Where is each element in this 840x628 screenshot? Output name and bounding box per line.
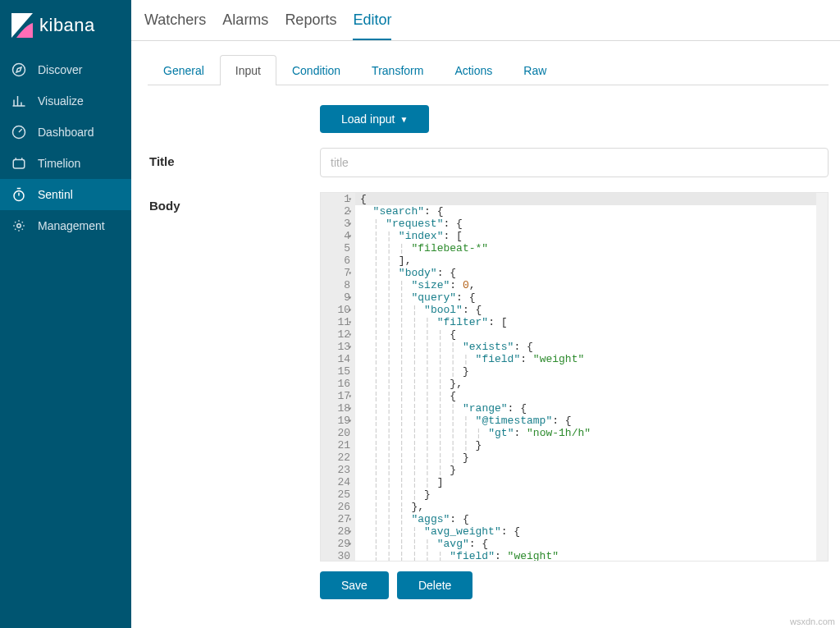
compass-icon — [11, 62, 26, 77]
brand: kibana — [0, 0, 131, 54]
sidebar-item-visualize[interactable]: Visualize — [0, 85, 131, 117]
gear-icon — [11, 218, 26, 233]
svg-marker-1 — [16, 67, 21, 72]
tab-bar: GeneralInputConditionTransformActionsRaw — [148, 54, 829, 85]
caret-down-icon: ▼ — [399, 115, 408, 124]
topnav-alarms[interactable]: Alarms — [222, 11, 268, 40]
sidebar-item-label: Visualize — [38, 94, 84, 108]
brand-name: kibana — [39, 15, 95, 36]
sidebar-item-label: Dashboard — [38, 126, 94, 139]
tab-raw[interactable]: Raw — [508, 55, 562, 85]
topnav-reports[interactable]: Reports — [285, 11, 336, 40]
sidebar-item-timelion[interactable]: Timelion — [0, 148, 131, 179]
tab-actions[interactable]: Actions — [439, 55, 508, 85]
load-input-button[interactable]: Load input ▼ — [320, 105, 429, 133]
load-input-label: Load input — [341, 112, 395, 126]
tab-transform[interactable]: Transform — [356, 55, 439, 85]
sidebar-item-sentinl[interactable]: Sentinl — [0, 179, 131, 210]
barchart-icon — [11, 94, 26, 108]
tab-input[interactable]: Input — [220, 55, 276, 85]
top-nav: WatchersAlarmsReportsEditor — [131, 0, 840, 41]
stopwatch-icon — [11, 187, 26, 202]
sidebar-item-label: Sentinl — [38, 188, 73, 201]
sidebar: kibana DiscoverVisualizeDashboardTimelio… — [0, 0, 131, 628]
sidebar-item-dashboard[interactable]: Dashboard — [0, 117, 131, 148]
svg-point-9 — [17, 224, 21, 228]
save-button[interactable]: Save — [320, 571, 389, 599]
sidebar-item-management[interactable]: Management — [0, 210, 131, 241]
delete-button[interactable]: Delete — [397, 571, 472, 599]
body-label: Body — [143, 192, 320, 213]
tab-condition[interactable]: Condition — [276, 55, 356, 85]
tab-general[interactable]: General — [148, 55, 220, 85]
gauge-icon — [11, 125, 26, 140]
editor-scrollbar[interactable] — [816, 193, 828, 561]
title-input[interactable] — [320, 148, 829, 177]
topnav-editor[interactable]: Editor — [353, 11, 391, 40]
svg-rect-7 — [13, 160, 25, 169]
timelion-icon — [11, 156, 26, 171]
main: WatchersAlarmsReportsEditor GeneralInput… — [131, 0, 840, 628]
title-label: Title — [143, 148, 320, 168]
svg-point-0 — [13, 64, 25, 76]
editor-gutter: 1234567891011121314151617181920212223242… — [321, 193, 355, 561]
sidebar-item-label: Management — [38, 219, 105, 232]
sidebar-item-discover[interactable]: Discover — [0, 54, 131, 85]
code-editor[interactable]: 1234567891011121314151617181920212223242… — [320, 192, 829, 562]
topnav-watchers[interactable]: Watchers — [144, 11, 206, 40]
kibana-logo-icon — [11, 13, 33, 38]
sidebar-item-label: Discover — [38, 63, 82, 76]
sidebar-item-label: Timelion — [38, 157, 80, 170]
watermark: wsxdn.com — [790, 617, 835, 626]
content: GeneralInputConditionTransformActionsRaw… — [131, 41, 840, 628]
editor-code[interactable]: { "search": { ¦ "request": { ¦ ¦ "index"… — [355, 193, 816, 561]
